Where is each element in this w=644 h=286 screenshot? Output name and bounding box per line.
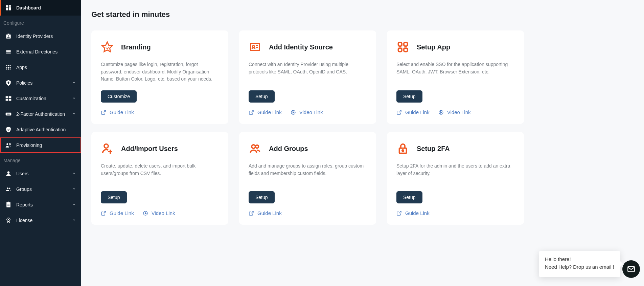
card-title: Add/Import Users [121, 145, 178, 153]
setup-button[interactable]: Setup [396, 191, 422, 203]
card-description: Connect with an Identity Provider using … [249, 61, 367, 75]
users-icon [5, 170, 12, 177]
card-header: Setup 2FA [396, 142, 514, 155]
card-description: Customize pages like login, registration… [101, 61, 219, 83]
svg-point-12 [8, 65, 9, 66]
chevron-down-icon [72, 203, 76, 207]
chat-tooltip-line: Need Help? Drop us an email ! [545, 264, 614, 270]
page-title: Get started in minutes [91, 10, 634, 19]
svg-point-38 [8, 219, 9, 220]
card-header: Setup App [396, 41, 514, 53]
svg-rect-34 [8, 202, 9, 203]
svg-rect-23 [9, 96, 12, 98]
card-title: Add Groups [269, 145, 308, 153]
svg-point-29 [9, 144, 10, 145]
card-links: Guide Link [249, 210, 367, 216]
setup-button[interactable]: Setup [101, 191, 127, 203]
star-icon [101, 41, 114, 53]
setup-button[interactable]: Setup [396, 90, 422, 103]
lock-icon [396, 142, 409, 155]
sidebar-item-customization[interactable]: Customization [0, 91, 81, 106]
chevron-down-icon [72, 172, 76, 176]
card-branding: BrandingCustomize pages like login, regi… [91, 30, 228, 124]
card-description: Add and manage groups to assign roles, g… [249, 162, 367, 177]
svg-point-15 [8, 67, 9, 68]
svg-rect-3 [6, 8, 8, 10]
chevron-down-icon [72, 96, 76, 101]
svg-point-11 [6, 65, 7, 66]
sidebar-item-groups[interactable]: Groups [0, 181, 81, 197]
customize-button[interactable]: Customize [101, 90, 137, 103]
card-title: Add Identity Source [269, 43, 333, 51]
sidebar-item-adaptive-authentication[interactable]: Adaptive Authentication [0, 122, 81, 137]
sidebar-item-provisioning[interactable]: Provisioning [0, 137, 81, 153]
card-header: Branding [101, 41, 219, 53]
sidebar-item-policies[interactable]: Policies [0, 75, 81, 91]
sidebar-item-identity-providers[interactable]: Identity Providers [0, 28, 81, 44]
svg-point-14 [6, 67, 7, 68]
svg-rect-33 [6, 202, 10, 207]
link-label: Guide Link [110, 109, 134, 115]
svg-rect-21 [8, 83, 9, 84]
card-add-identity-source: Add Identity SourceConnect with an Ident… [239, 30, 376, 124]
sidebar-item-label: Dashboard [16, 5, 76, 10]
card-setup-2fa: Setup 2FASetup 2FA for the admin and the… [387, 132, 524, 225]
open-icon [101, 110, 106, 115]
svg-rect-35 [7, 204, 10, 204]
guide-link[interactable]: Guide Link [101, 210, 134, 216]
sidebar-heading: Configure [0, 16, 81, 28]
id-provider-icon [5, 32, 12, 40]
provisioning-icon [5, 141, 12, 149]
svg-rect-9 [6, 51, 10, 52]
sidebar-item-label: Apps [16, 65, 76, 70]
link-label: Guide Link [405, 109, 430, 115]
open-icon [101, 211, 106, 216]
sidebar-item-users[interactable]: Users [0, 166, 81, 181]
chevron-down-icon [72, 187, 76, 191]
sidebar-item-2-factor-authentication[interactable]: 1232-Factor Authentication [0, 106, 81, 122]
card-links: Guide Link [101, 109, 219, 115]
setup-button[interactable]: Setup [249, 90, 275, 103]
link-label: Guide Link [257, 210, 282, 216]
svg-point-30 [7, 171, 10, 174]
guide-link[interactable]: Guide Link [396, 210, 430, 216]
cards-grid: BrandingCustomize pages like login, regi… [91, 30, 634, 225]
link-label: Guide Link [257, 109, 282, 115]
card-description: Create, update, delete users, and import… [101, 162, 219, 177]
svg-point-17 [6, 68, 7, 69]
sidebar-item-label: Reports [16, 202, 72, 207]
link-label: Guide Link [405, 210, 430, 216]
sidebar-item-label: Provisioning [16, 142, 76, 148]
link-label: Video Link [152, 210, 175, 216]
setup-button[interactable]: Setup [249, 191, 275, 203]
sidebar-item-license[interactable]: License [0, 213, 81, 228]
chat-fab[interactable] [622, 260, 640, 278]
svg-rect-24 [6, 99, 8, 101]
svg-rect-36 [7, 205, 10, 205]
link-label: Video Link [299, 109, 323, 115]
card-links: Guide Link [396, 210, 514, 216]
guide-link[interactable]: Guide Link [249, 109, 282, 115]
mail-icon [627, 265, 636, 273]
svg-point-28 [6, 143, 8, 145]
svg-point-54 [256, 145, 259, 148]
policies-icon [5, 79, 12, 87]
card-add-import-users: Add/Import UsersCreate, update, delete u… [91, 132, 228, 225]
svg-rect-5 [8, 34, 9, 35]
reports-icon [5, 201, 12, 208]
video-link[interactable]: Video Link [143, 210, 175, 216]
chat-tooltip-line: Hello there! [545, 256, 614, 262]
sidebar-item-dashboard[interactable]: Dashboard [0, 0, 81, 16]
guide-link[interactable]: Guide Link [101, 109, 134, 115]
sidebar-item-external-directories[interactable]: External Directories [0, 44, 81, 60]
video-link[interactable]: Video Link [291, 109, 323, 115]
sidebar-item-reports[interactable]: Reports [0, 197, 81, 213]
guide-link[interactable]: Guide Link [396, 109, 430, 115]
svg-rect-39 [251, 44, 260, 51]
svg-rect-7 [7, 37, 10, 38]
video-link[interactable]: Video Link [438, 109, 471, 115]
guide-link[interactable]: Guide Link [249, 210, 282, 216]
chat-tooltip: Hello there! Need Help? Drop us an email… [539, 251, 620, 277]
sidebar-item-apps[interactable]: Apps [0, 60, 81, 75]
svg-point-6 [8, 36, 9, 37]
